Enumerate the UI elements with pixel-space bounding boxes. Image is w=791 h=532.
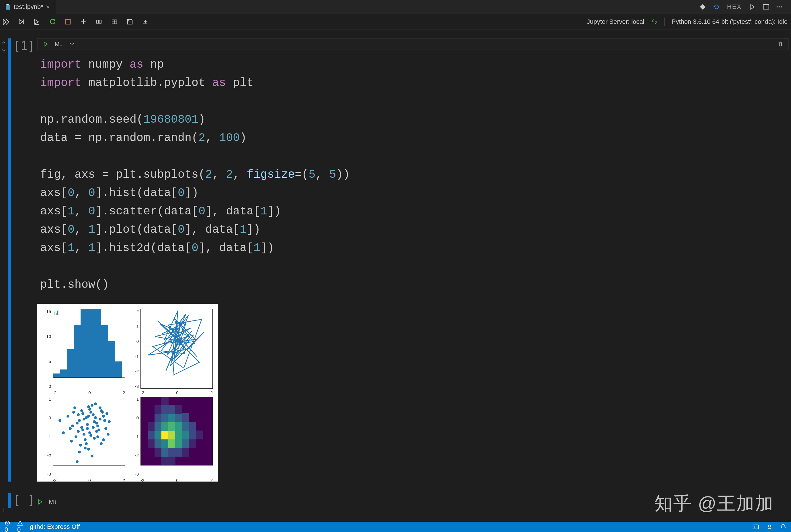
run-cell-icon[interactable] — [43, 41, 49, 47]
subplot-hist: 151050 -202 📊 — [42, 309, 125, 389]
warnings-badge[interactable]: 0 — [17, 520, 23, 532]
cell-selection-marker — [8, 493, 11, 508]
run-icon[interactable] — [749, 4, 755, 10]
svg-rect-9 — [99, 20, 101, 23]
hex-label[interactable]: HEX — [727, 3, 742, 11]
execution-count: [1] — [13, 38, 37, 481]
cell-toolbar: M↓ — [37, 38, 789, 50]
subplot-hist2d: 10-1-2-3 -202 — [130, 397, 213, 476]
run-all-icon[interactable] — [1, 18, 11, 25]
markdown-toggle[interactable]: M↓ — [49, 498, 57, 506]
svg-rect-7 — [65, 19, 71, 24]
variables-icon[interactable] — [94, 19, 104, 25]
chevron-up-icon[interactable] — [1, 40, 6, 45]
add-cell-below-icon[interactable]: + — [2, 505, 6, 514]
markdown-toggle[interactable]: M↓ — [55, 41, 62, 48]
table-icon[interactable] — [110, 19, 119, 25]
jupyter-server-label[interactable]: Jupyter Server: local — [587, 18, 644, 25]
kernel-label[interactable]: Python 3.6.10 64-bit ('pytest': conda): … — [672, 18, 788, 25]
close-icon[interactable]: × — [46, 3, 50, 11]
tab-test-ipynb[interactable]: test.ipynb* × — [0, 0, 56, 14]
svg-point-4 — [781, 6, 783, 7]
errors-badge[interactable]: 0 — [5, 520, 10, 532]
split-editor-icon[interactable] — [763, 4, 769, 10]
run-below-icon[interactable] — [32, 18, 42, 25]
save-icon[interactable] — [125, 19, 135, 25]
export-icon[interactable] — [140, 19, 150, 25]
code-editor[interactable]: import numpy as npimport matplotlib.pypl… — [37, 50, 789, 301]
watermark: 知乎 @王加加 — [654, 491, 774, 516]
tab-bar: test.ipynb* × HEX — [0, 0, 791, 14]
svg-point-18 — [768, 525, 771, 527]
githd-status[interactable]: githd: Express Off — [30, 523, 80, 531]
cell-link-icon[interactable] — [69, 41, 75, 47]
add-cell-icon[interactable] — [78, 18, 88, 25]
interrupt-icon[interactable] — [63, 19, 73, 25]
run-above-icon[interactable] — [17, 18, 26, 25]
cell-selection-marker — [8, 38, 11, 481]
chart-glyph-icon: 📊 — [53, 309, 59, 315]
bell-icon[interactable] — [780, 524, 786, 530]
code-cell-1[interactable]: [1] M↓ import numpy as npimport matplotl… — [12, 38, 789, 481]
run-cell-icon[interactable] — [37, 499, 43, 505]
notebook-body: [1] M↓ import numpy as npimport matplotl… — [0, 30, 791, 508]
server-connected-icon — [651, 19, 657, 25]
svg-point-14 — [73, 43, 74, 45]
refresh-icon[interactable] — [713, 4, 720, 10]
more-icon[interactable] — [777, 4, 783, 10]
svg-rect-8 — [97, 20, 99, 23]
terminal-icon[interactable] — [753, 524, 759, 530]
restart-icon[interactable] — [48, 18, 57, 25]
subplot-scatter: 10-1-2-3 -202 — [42, 397, 125, 476]
delete-cell-icon[interactable] — [777, 41, 783, 47]
execution-count: [ ] — [13, 493, 37, 508]
output-figure: 151050 -202 📊 210-1-2-3 -202 10-1-2-3 -2… — [37, 304, 218, 481]
svg-point-3 — [779, 6, 780, 7]
diamond-icon[interactable] — [699, 4, 706, 10]
notebook-file-icon — [5, 4, 11, 10]
tab-title: test.ipynb* — [14, 3, 43, 11]
subplot-line: 210-1-2-3 -202 — [130, 309, 213, 389]
svg-point-13 — [70, 43, 71, 45]
chevron-down-icon[interactable] — [1, 48, 6, 53]
notebook-toolbar: Jupyter Server: local Python 3.6.10 64-b… — [0, 14, 791, 30]
feedback-icon[interactable] — [766, 524, 773, 530]
status-bar: 0 0 githd: Express Off — [0, 522, 791, 532]
svg-point-2 — [777, 6, 778, 7]
